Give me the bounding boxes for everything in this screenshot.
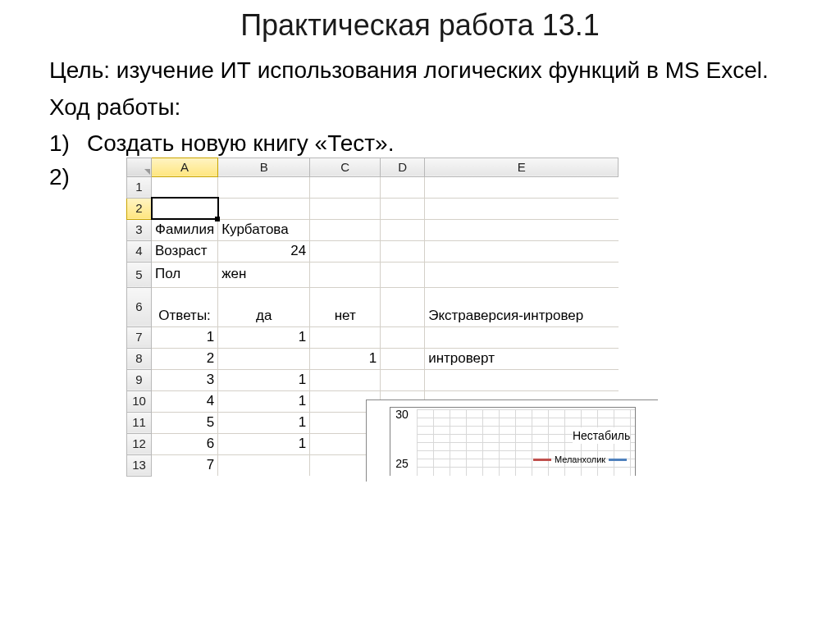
excel-screenshot: A B C D E 1 [126,158,619,477]
row-header[interactable]: 8 [127,348,152,369]
row-header[interactable]: 10 [127,390,152,412]
cell[interactable]: 1 [218,326,310,348]
cell[interactable]: 2 [152,348,218,369]
cell[interactable]: 1 [218,412,310,433]
cell[interactable]: 1 [218,369,310,390]
cell[interactable] [425,198,619,219]
cell[interactable] [310,326,381,348]
cell[interactable] [425,176,619,198]
cell[interactable]: Курбатова [218,219,310,240]
col-header-D[interactable]: D [381,158,425,176]
slide-title: Практическая работа 13.1 [49,8,791,43]
cell[interactable]: 24 [218,240,310,262]
col-header-C[interactable]: C [310,158,381,176]
workflow-label: Ход работы: [49,91,791,125]
chart-fragment[interactable]: 30 25 Нестабиль Меланхолик [366,399,658,482]
cell[interactable] [152,176,218,198]
cell[interactable]: нет [310,287,381,326]
row-header[interactable]: 9 [127,369,152,390]
step-1-text: Создать новую книгу «Тест». [87,127,394,161]
cell[interactable]: 1 [310,348,381,369]
step-1: 1) Создать новую книгу «Тест». [49,127,791,161]
row-header[interactable]: 13 [127,454,152,476]
cell[interactable] [425,240,619,262]
cell[interactable]: 4 [152,390,218,412]
cell[interactable] [381,287,425,326]
cell[interactable]: 1 [152,326,218,348]
series-swatch-icon [533,459,551,461]
cell[interactable] [381,326,425,348]
active-cell[interactable] [152,198,218,219]
cell[interactable] [381,176,425,198]
cell[interactable]: Ответы: [152,287,218,326]
row-header[interactable]: 2 [127,198,152,219]
cell[interactable]: Фамилия [152,219,218,240]
cell[interactable] [310,262,381,287]
cell[interactable]: Экстраверсия-интровер [425,287,619,326]
cell[interactable]: Пол [152,262,218,287]
cell[interactable] [381,219,425,240]
cell[interactable] [425,326,619,348]
cell[interactable] [381,198,425,219]
row-header[interactable]: 6 [127,287,152,326]
cell[interactable] [381,240,425,262]
cell[interactable] [381,369,425,390]
cell[interactable]: 1 [218,433,310,454]
cell[interactable]: да [218,287,310,326]
cell[interactable] [425,369,619,390]
cell[interactable] [218,348,310,369]
cell[interactable]: 3 [152,369,218,390]
cell[interactable] [425,262,619,287]
cell[interactable] [381,348,425,369]
chart-plot-area: 30 25 Нестабиль Меланхолик [390,407,636,476]
chart-series-label: Меланхолик [533,454,627,467]
cell[interactable]: 6 [152,433,218,454]
cell[interactable] [310,369,381,390]
cell[interactable] [310,219,381,240]
goal-text: Цель: изучение ИТ использования логическ… [49,54,791,88]
step-1-num: 1) [49,127,87,161]
step-2: 2) A B C D E [49,161,791,477]
col-header-E[interactable]: E [425,158,619,176]
cell[interactable]: Возраст [152,240,218,262]
cell[interactable] [310,240,381,262]
step-2-num: 2) [49,161,87,477]
chart-legend-fragment: Нестабиль [573,427,630,444]
cell[interactable] [218,176,310,198]
row-header[interactable]: 1 [127,176,152,198]
select-all-corner[interactable] [127,158,152,176]
cell[interactable]: 5 [152,412,218,433]
cell[interactable] [310,198,381,219]
col-header-A[interactable]: A [152,158,218,176]
row-header[interactable]: 5 [127,262,152,287]
row-header[interactable]: 11 [127,412,152,433]
chart-ytick-25: 25 [395,455,409,472]
cell[interactable]: 7 [152,454,218,476]
cell[interactable] [381,262,425,287]
row-header[interactable]: 3 [127,219,152,240]
cell[interactable]: жен [218,262,310,287]
cell[interactable] [425,219,619,240]
col-header-B[interactable]: B [218,158,310,176]
cell[interactable] [218,198,310,219]
series-swatch-icon [609,459,627,461]
row-header[interactable]: 4 [127,240,152,262]
row-header[interactable]: 12 [127,433,152,454]
chart-ytick-30: 30 [395,406,409,422]
cell[interactable]: 1 [218,390,310,412]
cell[interactable] [218,454,310,476]
cell[interactable]: интроверт [425,348,619,369]
cell[interactable] [310,176,381,198]
row-header[interactable]: 7 [127,326,152,348]
